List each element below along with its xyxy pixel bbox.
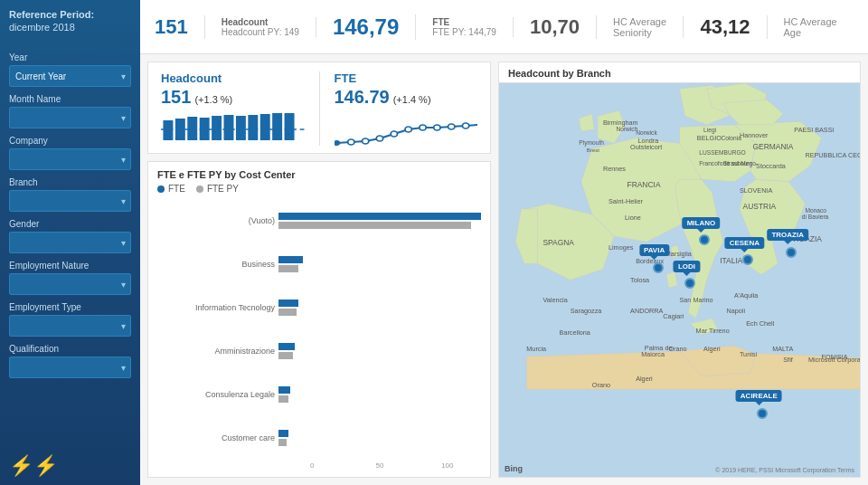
legend-fte: FTE: [157, 184, 185, 194]
year-select[interactable]: Current Year: [9, 65, 131, 87]
sidebar-logo: ⚡⚡: [9, 447, 131, 478]
fte-mini-title: FTE: [335, 71, 357, 85]
bar-chart-panel: FTE e FTE PY by Cost Center FTE FTE PY (…: [147, 161, 491, 478]
bar-row: Information Tecnology: [157, 299, 481, 317]
kpi-bar: 151 Headcount Headcount PY: 149 146,79 F…: [140, 0, 868, 54]
sidebar: Reference Period: dicembre 2018 Year Cur…: [0, 0, 140, 485]
svg-rect-8: [248, 115, 258, 140]
map-pin[interactable]: MILANO: [683, 217, 721, 229]
gender-label: Gender: [9, 219, 131, 229]
fte-label: FTE: [432, 17, 496, 27]
map-pin-circle: [742, 254, 753, 265]
fte-py-bar: [278, 439, 287, 446]
map-pins-overlay: MILANOPAVIACESENATROAZIALODIACIREALE: [499, 83, 860, 477]
bar-label: Consulenza Legale: [157, 390, 275, 399]
bar-group: [278, 213, 481, 229]
map-pin[interactable]: LODI: [674, 261, 700, 272]
bar-label: Customer care: [157, 433, 275, 442]
reference-date: dicembre 2018: [9, 22, 131, 33]
hc-avg-seniority-val: 43,12: [700, 15, 750, 39]
map-body[interactable]: FRANCIA SPAGNA GERMANIA AUSTRIA ITALIA T…: [499, 83, 860, 477]
svg-point-12: [335, 140, 340, 146]
employment-nature-select[interactable]: [9, 273, 131, 295]
company-select[interactable]: [9, 148, 131, 170]
headcount-mini-card: Headcount 151 (+1.3 %): [161, 71, 305, 146]
kpi-fte: FTE FTE PY: 144,79: [416, 17, 514, 37]
svg-point-20: [448, 124, 454, 129]
bar-row: (Vuoto): [157, 212, 481, 230]
bing-logo: Bing: [505, 464, 523, 473]
headcount-py-label: Headcount PY: 149: [222, 27, 299, 37]
fte-mini-change: (+1.4 %): [393, 94, 431, 105]
legend-fte-label: FTE: [168, 184, 185, 194]
kpi-headcount-count: 151: [155, 15, 205, 39]
branch-label: Branch: [9, 177, 131, 187]
fte-mini-card: FTE 146.79 (+1.4 %): [335, 71, 478, 146]
x-label-0: 0: [278, 461, 346, 470]
employment-type-select[interactable]: [9, 315, 131, 337]
svg-point-14: [362, 138, 368, 144]
map-pin[interactable]: ACIREALE: [736, 390, 782, 402]
fte-bar: [278, 343, 295, 350]
legend-fte-dot: [157, 185, 165, 193]
employment-type-label: Employment Type: [9, 302, 131, 312]
map-pin[interactable]: PAVIA: [639, 244, 669, 256]
bar-chart-title: FTE e FTE PY by Cost Center: [157, 169, 481, 180]
svg-rect-9: [260, 114, 270, 140]
bar-label: (Vuoto): [157, 216, 275, 225]
reference-period-label: Reference Period:: [9, 9, 131, 20]
svg-rect-4: [200, 118, 210, 140]
svg-rect-5: [212, 116, 222, 140]
map-pin[interactable]: TROAZIA: [767, 229, 808, 241]
gender-select[interactable]: [9, 232, 131, 253]
bar-label: Business: [157, 260, 275, 269]
svg-rect-1: [163, 120, 173, 140]
bar-row: Customer care: [157, 429, 481, 447]
headcount-label: Headcount: [222, 17, 299, 27]
fte-mini-value: 146.79: [335, 87, 390, 108]
bar-label: Amministrazione: [157, 347, 275, 356]
employment-nature-label: Employment Nature: [9, 261, 131, 271]
bar-row: Consulenza Legale: [157, 385, 481, 404]
bar-row: Amministrazione: [157, 342, 481, 360]
fte-value: 10,70: [530, 15, 580, 39]
svg-point-19: [433, 125, 439, 130]
fte-py-bar: [278, 309, 297, 316]
svg-point-17: [405, 127, 411, 132]
bar-row: Business: [157, 255, 481, 273]
fte-py-bar: [278, 265, 298, 272]
fte-py-bar: [278, 395, 288, 403]
fte-py-label: FTE PY: 144,79: [432, 27, 496, 37]
headcount-mini-title: Headcount: [161, 71, 222, 85]
svg-rect-7: [236, 116, 246, 140]
headcount-count-value: 151: [155, 15, 188, 39]
kpi-hc-avg-age: HC Average Age: [768, 16, 854, 38]
qualification-label: Qualification: [9, 344, 131, 354]
svg-rect-11: [285, 113, 295, 140]
map-pin[interactable]: CESENA: [725, 237, 764, 249]
logo-icon: ⚡⚡: [9, 454, 58, 478]
svg-rect-3: [187, 117, 197, 140]
svg-point-18: [419, 125, 425, 130]
map-pin-circle: [786, 247, 797, 258]
svg-rect-2: [175, 119, 185, 140]
charts-area: Headcount 151 (+1.3 %): [140, 54, 868, 485]
branch-select[interactable]: [9, 190, 131, 212]
map-pin-circle: [757, 408, 768, 419]
bar-group: [278, 430, 481, 446]
left-panel: Headcount 151 (+1.3 %): [147, 62, 491, 478]
month-label: Month Name: [9, 94, 131, 104]
headcount-mini-value: 151: [161, 87, 191, 108]
fte-bar: [278, 213, 481, 220]
bar-group: [278, 343, 481, 359]
qualification-select[interactable]: [9, 357, 131, 378]
map-panel: Headcount by Branch: [498, 62, 861, 478]
month-select[interactable]: [9, 107, 131, 128]
hc-avg-age-label: HC Average Age: [784, 16, 837, 38]
fte-py-bar: [278, 222, 471, 229]
bing-copyright: © 2019 HERE, PSSI Microsoft Corporation …: [715, 467, 854, 473]
headcount-sparkline: [161, 111, 305, 146]
fte-bar: [278, 256, 303, 263]
legend-fte-py-label: FTE PY: [207, 184, 239, 194]
fte-bar: [278, 430, 288, 437]
